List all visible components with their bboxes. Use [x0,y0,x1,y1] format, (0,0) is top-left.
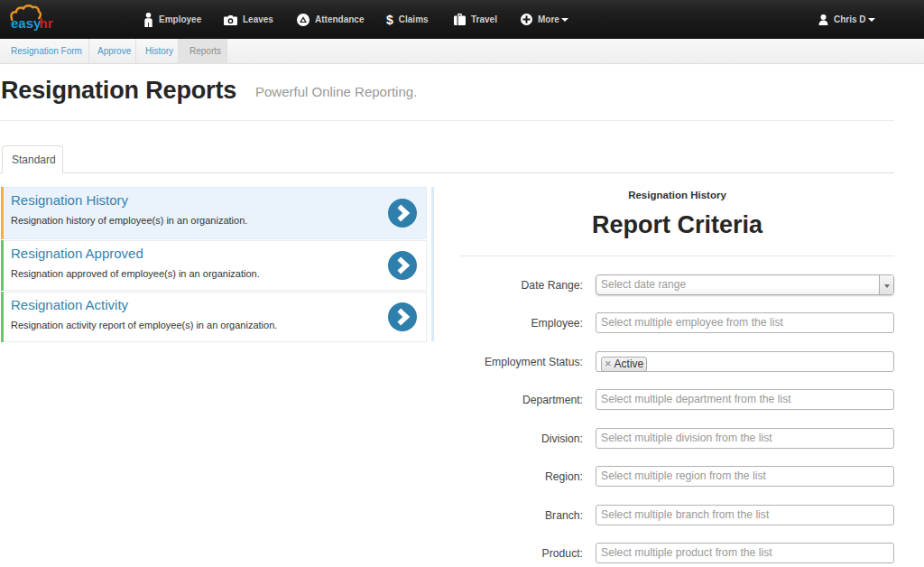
svg-text:easy: easy [11,15,42,31]
svg-text:hr: hr [40,15,53,31]
